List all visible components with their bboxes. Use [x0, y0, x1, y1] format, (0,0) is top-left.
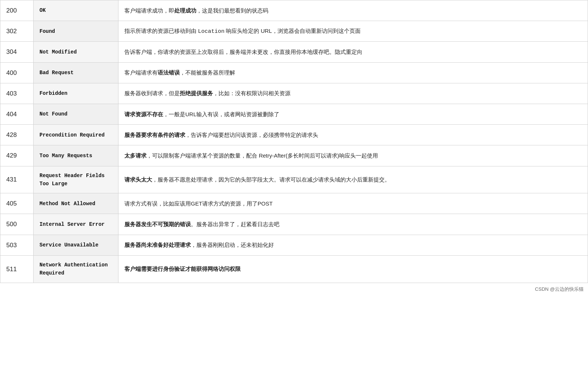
table-row: 500Internal Server Error服务器发生不可预期的错误。服务器… — [0, 214, 588, 235]
status-description: 太多请求，可以限制客户端请求某个资源的数量，配合 Retry-After(多长时… — [118, 145, 588, 166]
status-code: 302 — [0, 21, 34, 42]
table-row: 428Precondition Required服务器要求有条件的请求，告诉客户… — [0, 125, 588, 145]
status-name: Forbidden — [34, 83, 118, 104]
status-name: Method Not Allowed — [34, 193, 118, 214]
status-code: 429 — [0, 145, 34, 166]
status-name: Too Many Requests — [34, 145, 118, 166]
status-name: Bad Request — [34, 62, 118, 83]
status-description: 客户端请求有语法错误，不能被服务器所理解 — [118, 62, 588, 83]
status-name: Internal Server Error — [34, 214, 118, 235]
status-description: 告诉客户端，你请求的资源至上次取得后，服务端并未更改，你直接用你本地缓存吧。隐式… — [118, 42, 588, 62]
table-row: 304Not Modified告诉客户端，你请求的资源至上次取得后，服务端并未更… — [0, 42, 588, 62]
status-code: 405 — [0, 193, 34, 214]
table-row: 429Too Many Requests太多请求，可以限制客户端请求某个资源的数… — [0, 145, 588, 166]
status-description: 客户端请求成功，即处理成功，这是我们最想看到的状态码 — [118, 0, 588, 21]
table-row: 200OK客户端请求成功，即处理成功，这是我们最想看到的状态码 — [0, 0, 588, 21]
table-row: 403Forbidden服务器收到请求，但是拒绝提供服务，比如：没有权限访问相关… — [0, 83, 588, 104]
status-name: Not Modified — [34, 42, 118, 62]
status-name: Network AuthenticationRequired — [34, 255, 118, 283]
status-name: Not Found — [34, 104, 118, 124]
status-description: 服务器发生不可预期的错误。服务器出异常了，赶紧看日志去吧 — [118, 214, 588, 235]
status-code: 428 — [0, 125, 34, 145]
table-row: 405Method Not Allowed请求方式有误，比如应该用GET请求方式… — [0, 193, 588, 214]
table-row: 503Service Unavailable服务器尚未准备好处理请求，服务器刚刚… — [0, 235, 588, 255]
status-name: OK — [34, 0, 118, 21]
footer-credit: CSDN @云边的快乐猫 — [0, 283, 588, 296]
status-code: 511 — [0, 255, 34, 283]
status-name: Precondition Required — [34, 125, 118, 145]
status-description: 客户端需要进行身份验证才能获得网络访问权限 — [118, 255, 588, 283]
status-code: 503 — [0, 235, 34, 255]
status-name: Service Unavailable — [34, 235, 118, 255]
status-code: 400 — [0, 62, 34, 83]
status-code: 200 — [0, 0, 34, 21]
status-description: 请求资源不存在，一般是URL输入有误，或者网站资源被删除了 — [118, 104, 588, 124]
status-name: Found — [34, 21, 118, 42]
status-code: 403 — [0, 83, 34, 104]
table-row: 302Found指示所请求的资源已移动到由 Location 响应头给定的 UR… — [0, 21, 588, 42]
status-description: 服务器要求有条件的请求，告诉客户端要想访问该资源，必须携带特定的请求头 — [118, 125, 588, 145]
status-description: 服务器收到请求，但是拒绝提供服务，比如：没有权限访问相关资源 — [118, 83, 588, 104]
status-description: 服务器尚未准备好处理请求，服务器刚刚启动，还未初始化好 — [118, 235, 588, 255]
status-code: 431 — [0, 166, 34, 193]
status-description: 指示所请求的资源已移动到由 Location 响应头给定的 URL，浏览器会自动… — [118, 21, 588, 42]
table-row: 511Network AuthenticationRequired客户端需要进行… — [0, 255, 588, 283]
status-description: 请求头太大，服务器不愿意处理请求，因为它的头部字段太大。请求可以在减少请求头域的… — [118, 166, 588, 193]
status-name: Request Header FieldsToo Large — [34, 166, 118, 193]
table-row: 404Not Found请求资源不存在，一般是URL输入有误，或者网站资源被删除… — [0, 104, 588, 124]
status-code: 404 — [0, 104, 34, 124]
table-row: 400Bad Request客户端请求有语法错误，不能被服务器所理解 — [0, 62, 588, 83]
status-description: 请求方式有误，比如应该用GET请求方式的资源，用了POST — [118, 193, 588, 214]
status-code: 500 — [0, 214, 34, 235]
table-row: 431Request Header FieldsToo Large请求头太大，服… — [0, 166, 588, 193]
status-code: 304 — [0, 42, 34, 62]
